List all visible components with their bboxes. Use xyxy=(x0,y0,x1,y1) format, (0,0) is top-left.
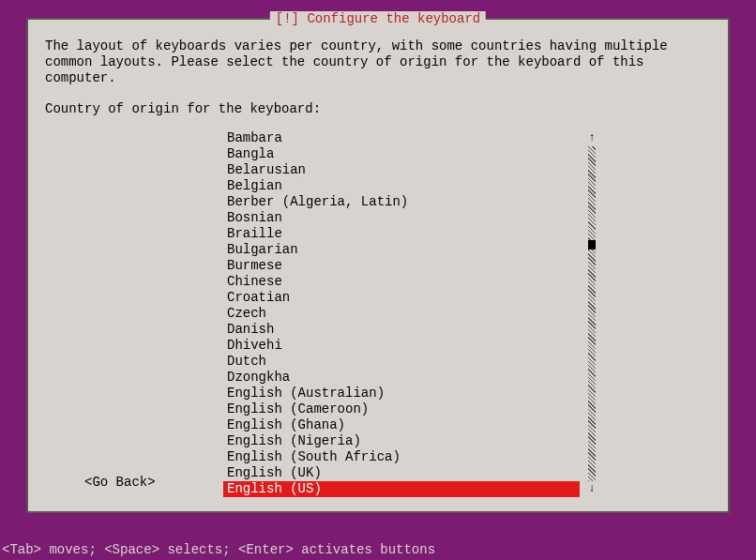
scrollbar[interactable]: ↑ ↓ xyxy=(587,130,597,497)
list-item[interactable]: English (Nigeria) xyxy=(223,433,580,449)
dialog-title: [!] Configure the keyboard xyxy=(276,11,480,26)
list-item[interactable]: Danish xyxy=(223,322,580,338)
configure-keyboard-dialog: [!] Configure the keyboard The layout of… xyxy=(26,18,730,513)
list-item[interactable]: English (South Africa) xyxy=(223,449,580,465)
dialog-title-wrap: [!] Configure the keyboard xyxy=(270,11,486,27)
list-item[interactable]: Dhivehi xyxy=(223,338,580,354)
list-item[interactable]: English (Australian) xyxy=(223,386,580,401)
instruction-text: The layout of keyboards varies per count… xyxy=(45,38,711,86)
scroll-up-icon[interactable]: ↑ xyxy=(588,130,595,146)
list-item[interactable]: Czech xyxy=(223,306,580,322)
help-line: <Tab> moves; <Space> selects; <Enter> ac… xyxy=(2,542,435,558)
list-item[interactable]: English (UK) xyxy=(223,465,580,481)
list-item[interactable]: Belarusian xyxy=(223,162,580,178)
list-item[interactable]: Belgian xyxy=(223,178,580,194)
scroll-track[interactable] xyxy=(588,146,596,481)
installer-frame: [!] Configure the keyboard The layout of… xyxy=(9,4,747,541)
list-item[interactable]: Bambara xyxy=(223,130,580,146)
list-item[interactable]: Dzongkha xyxy=(223,370,580,386)
list-item[interactable]: Dutch xyxy=(223,354,580,370)
list-item[interactable]: English (Cameroon) xyxy=(223,401,580,417)
list-item[interactable]: English (US) xyxy=(223,481,580,497)
scroll-down-icon[interactable]: ↓ xyxy=(588,481,595,497)
list-item[interactable]: Bosnian xyxy=(223,210,580,226)
list-item[interactable]: Bangla xyxy=(223,146,580,162)
list-item[interactable]: Croatian xyxy=(223,290,580,306)
list-item[interactable]: English (Ghana) xyxy=(223,417,580,433)
prompt-label: Country of origin for the keyboard: xyxy=(45,101,711,117)
list-item[interactable]: Chinese xyxy=(223,274,580,290)
scroll-thumb[interactable] xyxy=(588,240,596,250)
list-item[interactable]: Berber (Algeria, Latin) xyxy=(223,194,580,210)
go-back-button[interactable]: <Go Back> xyxy=(84,475,156,491)
keyboard-layout-list[interactable]: BambaraBanglaBelarusianBelgianBerber (Al… xyxy=(223,130,580,497)
list-item[interactable]: Braille xyxy=(223,226,580,242)
list-item[interactable]: Burmese xyxy=(223,258,580,274)
list-item[interactable]: Bulgarian xyxy=(223,242,580,258)
